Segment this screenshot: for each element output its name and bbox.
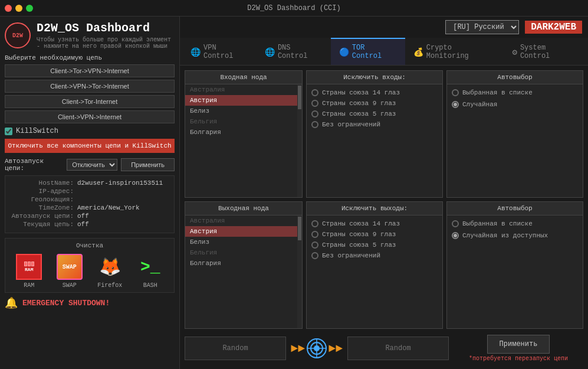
entry-country-2[interactable]: Белиз	[185, 106, 302, 116]
exit-node-scrollbar[interactable]	[297, 215, 302, 328]
cleanup-bash[interactable]: >_ BASH	[136, 253, 165, 289]
disconnect-button[interactable]: Отключить все компоненты цепи и KillSwit…	[5, 139, 175, 153]
autoselect-exit-panel: Автовыбор Выбранная в списке Случайная и…	[446, 201, 583, 329]
entry-node-panel: Входная нода Австралия Австрия Белиз Бел…	[185, 70, 303, 198]
tab-vpn[interactable]: 🌐 VPN Control	[182, 38, 257, 65]
cleanup-swap[interactable]: SWAP SWAP	[55, 253, 84, 289]
exclude-entry-panel: Исключить входы: Страны союза 14 глаз Ст…	[306, 70, 443, 198]
close-traffic-light[interactable]	[5, 5, 12, 12]
info-row-ip: IP-адрес:	[9, 188, 170, 195]
killswitch-checkbox[interactable]	[5, 128, 12, 135]
entry-country-1[interactable]: Австрия	[185, 95, 302, 106]
tab-tor[interactable]: 🔵 TOR Control	[331, 38, 405, 65]
info-val-chain: off	[77, 221, 89, 228]
tab-crypto[interactable]: 💰 Crypto Monitoring	[405, 38, 504, 65]
autoselect-exit-label-1: Случайная из доступных	[462, 232, 548, 239]
fullscreen-traffic-light[interactable]	[26, 5, 33, 12]
firefox-icon: 🦊	[96, 253, 124, 281]
exclude-exit-option-2[interactable]: Страны союза 5 глаз	[311, 241, 438, 249]
entry-country-3[interactable]: Бельгия	[185, 116, 302, 127]
sidebar-apply-button[interactable]: Применить	[121, 158, 175, 171]
entry-node-scrollbar[interactable]	[297, 84, 302, 197]
exclude-entry-radio-1	[311, 100, 318, 107]
cleanup-firefox-label: Firefox	[97, 282, 122, 289]
exclude-entry-label-3: Без ограничений	[322, 121, 380, 128]
exclude-entry-option-3[interactable]: Без ограничений	[311, 121, 438, 128]
ram-icon: RAM	[15, 253, 43, 281]
exit-country-3[interactable]: Бельгия	[185, 247, 302, 258]
autoselect-exit-option-1[interactable]: Случайная из доступных	[452, 232, 578, 239]
entry-random-input[interactable]	[185, 337, 286, 360]
entry-row: Входная нода Австралия Австрия Белиз Бел…	[185, 70, 583, 198]
exit-random-input[interactable]	[347, 337, 449, 360]
exclude-entry-radio-3	[311, 121, 318, 128]
bottom-bar: ►► ►► Применить *потребуется перезапуск …	[185, 332, 583, 364]
exit-country-2[interactable]: Белиз	[185, 237, 302, 247]
exclude-exit-option-1[interactable]: Страны союза 9 глаз	[311, 231, 438, 238]
chain-btn-1[interactable]: Client->VPN->Tor->Internet	[5, 80, 175, 93]
autoselect-entry-panel: Автовыбор Выбранная в списке Случайная	[446, 70, 583, 198]
exclude-entry-option-0[interactable]: Страны союза 14 глаз	[311, 89, 438, 96]
cleanup-ram[interactable]: RAM RAM	[15, 253, 43, 289]
chain-btn-0[interactable]: Client->Tor->VPN->Internet	[5, 64, 175, 77]
dns-tab-icon: 🌐	[265, 47, 275, 57]
info-row-geo: Геолокация:	[9, 196, 170, 203]
entry-country-4[interactable]: Болгария	[185, 127, 302, 138]
exit-country-4[interactable]: Болгария	[185, 258, 302, 269]
entry-country-0[interactable]: Австралия	[185, 84, 302, 95]
exclude-exit-title: Исключить выходы:	[307, 202, 442, 215]
info-val-hostname: d2wuser-inspiron153511	[77, 179, 163, 187]
sidebar: D2W D2W_OS Dashboard Чтобы узнать больше…	[0, 17, 180, 369]
chain-btn-3[interactable]: Client->VPN->Internet	[5, 110, 175, 123]
language-select[interactable]: [RU] Русский EN] English	[445, 20, 519, 34]
cleanup-icons: RAM RAM SWAP SWAP	[9, 253, 170, 289]
tab-dns-label: DNS Control	[278, 44, 323, 60]
autoselect-entry-label-1: Случайная	[462, 101, 497, 108]
autoselect-exit-option-0[interactable]: Выбранная в списке	[452, 220, 578, 227]
emergency-shutdown-button[interactable]: 🔔 EMERGENCY SHUTDOWN!	[5, 296, 175, 309]
cleanup-title: Очистка	[9, 242, 170, 249]
exclude-entry-title: Исключить входы:	[307, 71, 442, 84]
info-key-tz: TimeZone:	[9, 204, 74, 211]
tor-content: Входная нода Австралия Австрия Белиз Бел…	[180, 66, 588, 369]
chain-btn-2[interactable]: Client->Tor-Internet	[5, 95, 175, 108]
bash-icon: >_	[136, 253, 165, 281]
info-val-autostart: off	[77, 213, 89, 220]
emergency-icon: 🔔	[5, 296, 18, 309]
minimize-traffic-light[interactable]	[15, 5, 22, 12]
autoselect-exit-label-0: Выбранная в списке	[462, 220, 533, 227]
exclude-entry-option-2[interactable]: Страны союза 5 глаз	[311, 110, 438, 117]
exclude-exit-radio-0	[311, 220, 318, 227]
tab-system[interactable]: ⚙️ System Control	[504, 38, 586, 65]
exit-country-0[interactable]: Австралия	[185, 215, 302, 226]
logo-text: D2W	[12, 32, 23, 39]
tab-dns[interactable]: 🌐 DNS Control	[257, 38, 331, 65]
info-row-tz: TimeZone: America/New_York	[9, 204, 170, 211]
entry-node-scrollbar-thumb	[298, 86, 301, 109]
crypto-tab-icon: 💰	[413, 47, 423, 57]
brand-label: DARK2WEB	[525, 21, 582, 34]
cleanup-firefox[interactable]: 🦊 Firefox	[96, 253, 124, 289]
autostart-select[interactable]: Отключить Включить	[67, 159, 117, 171]
autoselect-exit-radio-0	[452, 220, 459, 227]
exclude-entry-option-1[interactable]: Страны союза 9 глаз	[311, 100, 438, 107]
logo-circle: D2W	[5, 22, 31, 48]
tor-apply-button[interactable]: Применить	[487, 335, 550, 354]
cleanup-swap-label: SWAP	[63, 282, 77, 289]
exclude-exit-label-1: Страны союза 9 глаз	[322, 231, 396, 238]
killswitch-row: KillSwitch	[5, 127, 175, 135]
system-tab-icon: ⚙️	[512, 47, 517, 57]
right-apply-block: Применить *потребуется перезапуск цепи	[454, 335, 583, 362]
exclude-exit-option-0[interactable]: Страны союза 14 глаз	[311, 220, 438, 227]
autoselect-entry-option-0[interactable]: Выбранная в списке	[452, 89, 578, 96]
autoselect-entry-option-1[interactable]: Случайная	[452, 101, 578, 108]
app-title: D2W_OS Dashboard	[37, 21, 171, 35]
autoselect-exit-options: Выбранная в списке Случайная из доступны…	[447, 215, 583, 244]
exit-country-1[interactable]: Австрия	[185, 226, 302, 237]
exit-node-list: Австралия Австрия Белиз Бельгия Болгария	[185, 215, 302, 328]
exit-row: Выходная нода Австралия Австрия Белиз Бе…	[185, 201, 583, 329]
exclude-exit-radio-2	[311, 241, 318, 249]
exclude-exit-option-3[interactable]: Без ограничений	[311, 252, 438, 259]
tor-onion-icon	[306, 338, 327, 359]
emergency-label: EMERGENCY SHUTDOWN!	[22, 299, 110, 308]
